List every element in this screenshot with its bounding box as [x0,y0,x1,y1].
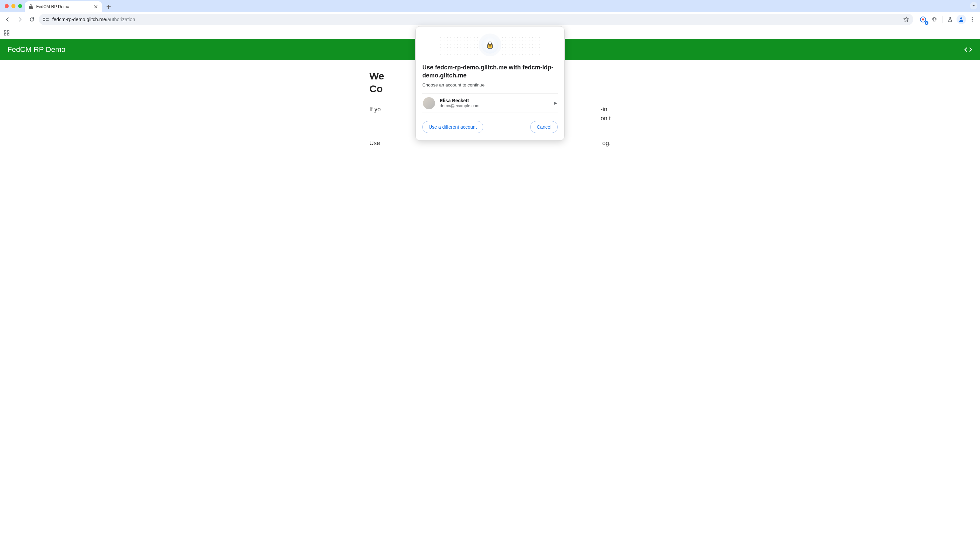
svg-point-7 [972,21,973,21]
cancel-button[interactable]: Cancel [530,121,558,133]
profile-avatar-button[interactable] [956,15,966,24]
svg-rect-8 [4,30,6,32]
page-viewport: FedCM RP Demo We Co If yo -in on t Use o… [0,39,980,551]
new-tab-button[interactable] [104,2,113,11]
devtools-badge: 1 [925,21,928,25]
window-close-button[interactable] [5,4,9,8]
account-email: demo@example.com [440,104,550,108]
svg-rect-14 [490,46,490,47]
nav-reload-button[interactable] [27,14,37,24]
apps-shortcut-icon[interactable] [2,28,11,38]
tab-search-button[interactable] [970,2,977,10]
address-bar[interactable]: fedcm-rp-demo.glitch.me/authorization [39,14,913,25]
account-name: Elisa Beckett [440,98,550,103]
site-header-title: FedCM RP Demo [7,45,65,54]
account-avatar [423,97,435,109]
window-controls [3,0,25,12]
svg-rect-11 [7,33,9,35]
lock-badge-icon [481,36,499,54]
svg-rect-1 [43,20,45,21]
account-list: Elisa Beckett demo@example.com ▶ [422,94,558,113]
view-source-icon[interactable] [964,46,973,53]
nav-back-button[interactable] [3,14,13,24]
page-hint-occluded: Use og. [369,140,611,147]
dialog-subtitle: Choose an account to continue [422,83,558,88]
svg-point-4 [960,18,962,19]
window-minimize-button[interactable] [11,4,16,8]
url-host: fedcm-rp-demo.glitch.me [52,17,106,22]
window-zoom-button[interactable] [18,4,22,8]
browser-toolbar: fedcm-rp-demo.glitch.me/authorization 1 [0,12,980,27]
tab-title: FedCM RP Demo [36,4,69,9]
svg-rect-10 [4,33,6,35]
dialog-title: Use fedcm-rp-demo.glitch.me with fedcm-i… [422,63,558,80]
extensions-icon[interactable] [929,14,939,24]
bookmark-star-icon[interactable] [903,16,909,22]
tab-close-button[interactable] [93,4,99,10]
browser-tab-active[interactable]: FedCM RP Demo [25,2,102,12]
account-row[interactable]: Elisa Beckett demo@example.com ▶ [422,94,558,113]
labs-icon[interactable] [945,14,955,24]
url-text: fedcm-rp-demo.glitch.me/authorization [52,17,900,22]
svg-point-5 [972,17,973,18]
chevron-right-icon: ▶ [554,101,557,105]
toolbar-actions: 1 [915,14,977,24]
toolbar-divider [942,16,942,23]
svg-point-3 [922,18,924,21]
svg-rect-0 [43,18,45,19]
kebab-menu-icon[interactable] [967,14,977,24]
use-different-account-button[interactable]: Use a different account [422,121,483,133]
devtools-icon[interactable]: 1 [918,14,928,24]
nav-forward-button[interactable] [15,14,25,24]
tab-favicon [28,4,33,10]
site-info-icon[interactable] [43,17,49,22]
svg-rect-9 [7,30,9,32]
url-path: /authorization [106,17,135,22]
svg-point-6 [972,19,973,20]
browser-tabstrip: FedCM RP Demo [0,0,980,12]
dialog-hero [415,27,565,63]
fedcm-dialog: Use fedcm-rp-demo.glitch.me with fedcm-i… [415,26,565,141]
